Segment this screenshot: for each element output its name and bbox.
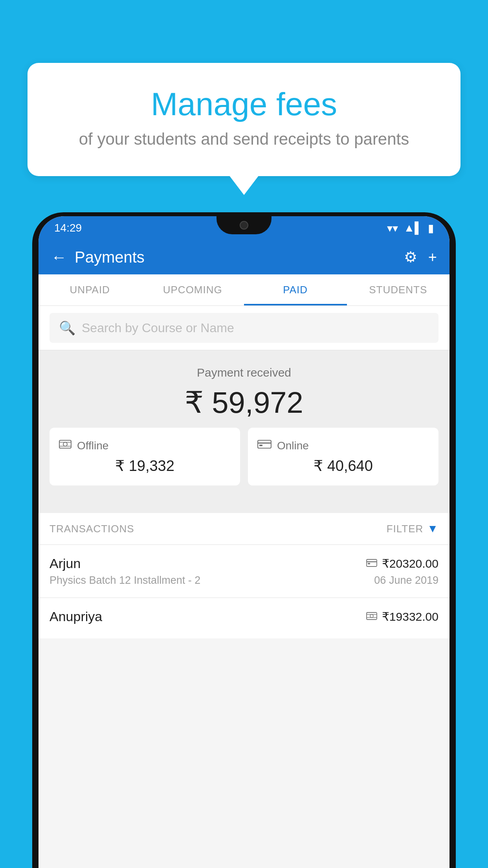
svg-rect-4 — [258, 440, 271, 448]
tab-upcoming[interactable]: UPCOMING — [141, 274, 244, 305]
offline-amount: ₹ 19,332 — [59, 457, 231, 474]
online-amount: ₹ 40,640 — [257, 457, 429, 474]
offline-card: Offline ₹ 19,332 — [50, 428, 240, 485]
filter-label: FILTER — [387, 523, 424, 535]
back-button[interactable]: ← — [51, 248, 67, 266]
svg-point-11 — [370, 614, 373, 618]
offline-card-header: Offline — [59, 439, 231, 452]
transactions-header: TRANSACTIONS FILTER ▼ — [39, 513, 449, 544]
app-bar: ← Payments ⚙ + — [39, 240, 449, 274]
search-placeholder: Search by Course or Name — [82, 321, 234, 335]
phone-screen: 14:29 ▾▾ ▲▌ ▮ ← Payments ⚙ + UNPAID — [39, 216, 449, 868]
transaction-mode-icon-1 — [366, 557, 377, 570]
svg-point-1 — [63, 442, 67, 446]
tab-unpaid[interactable]: UNPAID — [39, 274, 141, 305]
signal-icon: ▲▌ — [404, 222, 422, 234]
status-icons: ▾▾ ▲▌ ▮ — [387, 222, 434, 235]
svg-rect-10 — [367, 612, 377, 620]
bubble-subtitle: of your students and send receipts to pa… — [59, 130, 429, 149]
tab-bar: UNPAID UPCOMING PAID STUDENTS — [39, 274, 449, 306]
speech-bubble: Manage fees of your students and send re… — [28, 63, 460, 176]
transactions-label: TRANSACTIONS — [50, 523, 134, 535]
table-row[interactable]: Anupriya ₹19332.00 — [39, 598, 449, 638]
filter-icon: ▼ — [427, 522, 438, 535]
wifi-icon: ▾▾ — [387, 222, 398, 235]
notch — [216, 216, 272, 234]
offline-icon — [59, 439, 72, 452]
transaction-amount-1: ₹20320.00 — [382, 557, 438, 570]
transaction-name-2: Anupriya — [50, 609, 102, 624]
online-card-header: Online — [257, 439, 429, 452]
payment-section: Payment received ₹ 59,972 — [39, 350, 449, 513]
transaction-amount-row-2: ₹19332.00 — [366, 610, 438, 623]
transaction-amount-row-1: ₹20320.00 — [366, 557, 438, 570]
settings-icon[interactable]: ⚙ — [404, 248, 417, 266]
transaction-name-1: Arjun — [50, 556, 81, 571]
online-card: Online ₹ 40,640 — [248, 428, 438, 485]
transaction-course-1: Physics Batch 12 Installment - 2 — [50, 574, 200, 587]
transaction-amount-2: ₹19332.00 — [382, 610, 438, 623]
search-container: 🔍 Search by Course or Name — [39, 306, 449, 350]
online-label: Online — [277, 440, 309, 452]
payment-cards: Offline ₹ 19,332 — [39, 420, 449, 497]
bubble-title: Manage fees — [59, 86, 429, 122]
app-bar-actions: ⚙ + — [404, 248, 437, 266]
transaction-mode-icon-2 — [366, 611, 377, 623]
svg-rect-6 — [259, 445, 262, 446]
search-icon: 🔍 — [59, 320, 75, 336]
page-title: Payments — [75, 248, 396, 266]
add-icon[interactable]: + — [428, 249, 437, 266]
online-icon — [257, 439, 272, 452]
transaction-top-2: Anupriya ₹19332.00 — [50, 609, 438, 624]
tab-paid[interactable]: PAID — [244, 274, 347, 305]
battery-icon: ▮ — [428, 222, 434, 235]
search-box[interactable]: 🔍 Search by Course or Name — [50, 313, 438, 343]
camera-notch — [240, 221, 248, 230]
table-row[interactable]: Arjun ₹20320.00 — [39, 544, 449, 598]
payment-received-label: Payment received — [39, 366, 449, 379]
svg-rect-0 — [59, 440, 71, 448]
transaction-top-1: Arjun ₹20320.00 — [50, 556, 438, 571]
payment-received-amount: ₹ 59,972 — [39, 385, 449, 420]
offline-label: Offline — [77, 440, 108, 452]
phone-frame: 14:29 ▾▾ ▲▌ ▮ ← Payments ⚙ + UNPAID — [32, 212, 456, 868]
transaction-bottom-1: Physics Batch 12 Installment - 2 06 June… — [50, 574, 438, 587]
status-time: 14:29 — [54, 222, 82, 234]
svg-rect-9 — [368, 563, 370, 565]
transaction-date-1: 06 June 2019 — [374, 574, 438, 587]
filter-button[interactable]: FILTER ▼ — [387, 522, 438, 535]
tab-students[interactable]: STUDENTS — [347, 274, 450, 305]
